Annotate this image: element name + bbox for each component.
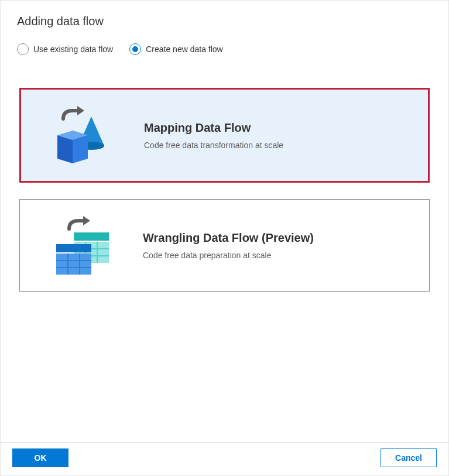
radio-option-create-new[interactable]: Create new data flow xyxy=(129,43,223,55)
svg-marker-7 xyxy=(83,216,90,225)
svg-rect-14 xyxy=(56,244,91,252)
wrangling-data-flow-icon xyxy=(50,216,115,275)
card-wrangling-desc: Code free data preparation at scale xyxy=(143,251,314,260)
cancel-button[interactable]: Cancel xyxy=(381,448,437,467)
svg-rect-15 xyxy=(56,254,91,275)
radio-label-existing: Use existing data flow xyxy=(33,44,113,54)
radio-option-existing[interactable]: Use existing data flow xyxy=(17,43,113,55)
svg-marker-0 xyxy=(77,106,84,115)
card-list: Mapping Data Flow Code free data transfo… xyxy=(17,88,432,292)
radio-icon xyxy=(17,43,29,55)
mapping-data-flow-icon xyxy=(52,106,116,165)
card-mapping-data-flow[interactable]: Mapping Data Flow Code free data transfo… xyxy=(19,88,430,183)
svg-marker-6 xyxy=(73,135,88,163)
card-mapping-desc: Code free data transformation at scale xyxy=(144,141,283,150)
card-wrangling-data-flow[interactable]: Wrangling Data Flow (Preview) Code free … xyxy=(19,199,430,292)
svg-rect-8 xyxy=(74,232,109,241)
radio-icon xyxy=(129,43,141,55)
ok-button[interactable]: OK xyxy=(12,448,68,467)
card-wrangling-title: Wrangling Data Flow (Preview) xyxy=(143,231,314,245)
radio-group: Use existing data flow Create new data f… xyxy=(17,43,432,55)
svg-marker-5 xyxy=(57,135,73,163)
radio-label-create-new: Create new data flow xyxy=(146,44,223,54)
dialog-footer: OK Cancel xyxy=(1,442,448,475)
dialog-title: Adding data flow xyxy=(17,15,432,28)
card-mapping-title: Mapping Data Flow xyxy=(144,121,283,135)
